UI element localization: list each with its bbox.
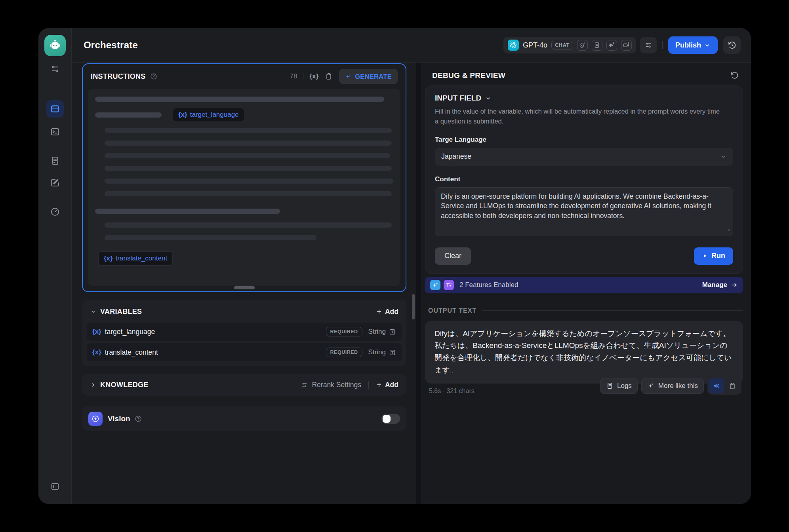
debug-preview-panel: DEBUG & PREVIEW INPUT FIELD Fill [421,63,751,504]
app-window: Orchestrate GPT-4o CHAT [38,28,751,504]
sidebar-item-annotation[interactable] [46,174,64,192]
divider-line [482,310,743,311]
prompt-editor[interactable]: {x} target_language {x} [88,89,400,286]
vision-capability-icon [577,40,588,51]
log-icon [606,382,614,390]
vision-title: Vision [108,414,130,423]
vision-icon [88,412,103,426]
add-variable-button[interactable]: Add [376,308,398,316]
resize-corner-icon[interactable] [725,224,731,234]
collapse-panel-icon [50,481,60,492]
arrow-right-icon [731,281,738,289]
input-field-description: Fill in the value of the variable, which… [435,106,721,126]
toggle-knob [383,415,391,423]
model-selector[interactable]: GPT-4o CHAT [503,37,636,53]
sparkle-icon [345,73,352,80]
target-language-select[interactable]: Japanese [435,148,733,166]
app-logo-robot[interactable] [44,35,66,56]
more-like-this-button[interactable]: More like this [641,378,704,394]
instructions-card: INSTRUCTIONS 78 {x} [82,63,406,292]
knowledge-section: KNOWLEDGE Rerank Settings Add [82,374,406,396]
variable-chip-target-language[interactable]: {x} target_language [173,108,244,122]
terminal-icon [50,127,60,137]
generate-label: GENERATE [355,73,392,80]
variable-row-target-language[interactable]: {x} target_language REQUIRED String [87,323,402,341]
sidebar-divider [49,147,61,147]
vision-toggle[interactable] [381,414,400,424]
sidebar-divider [49,198,61,198]
restart-debug-button[interactable] [730,71,739,80]
variable-chip-label: translate_content [116,255,167,262]
chevron-down-icon [485,95,492,102]
sidebar [38,28,72,504]
output-card: Difyは、AIアプリケーションを構築するためのオープンソースプラットフォームで… [425,321,743,384]
variable-type: String [368,348,386,356]
publish-button[interactable]: Publish [668,36,718,54]
document-capability-icon [592,40,602,51]
orchestrate-panel: INSTRUCTIONS 78 {x} [72,63,416,504]
logs-button[interactable]: Logs [600,378,638,394]
char-count: 78 [290,72,297,80]
skeleton-line [95,97,384,102]
chevron-right-icon[interactable] [90,382,97,388]
plus-icon [376,308,382,315]
sidebar-item-orchestrate-settings[interactable] [46,60,64,78]
robot-icon [48,39,62,52]
variable-glyph: {x} [92,348,101,356]
generate-feature-icon [430,280,440,290]
add-knowledge-button[interactable]: Add [376,381,398,389]
sidebar-item-terminal[interactable] [46,123,64,141]
skeleton-line [105,128,392,133]
sidebar-item-logs[interactable] [46,152,64,169]
help-icon[interactable] [150,72,158,80]
sidebar-item-orchestrate[interactable] [46,100,64,118]
skeleton-line [105,191,392,196]
content-label: Content [435,175,733,183]
copy-output-button[interactable] [724,378,740,393]
string-type-icon[interactable] [389,349,396,356]
string-type-icon[interactable] [389,328,396,336]
panel-resize-gutter[interactable] [416,63,421,504]
audio-actions-group [707,377,741,395]
skeleton-line [105,166,392,171]
chevron-down-icon [720,153,727,160]
variable-row-translate-content[interactable]: {x} translate_content REQUIRED String [87,343,402,361]
skeleton-line [105,153,390,158]
chevron-down-icon[interactable] [90,308,97,315]
edit-square-icon [50,178,60,188]
variable-glyph: {x} [92,328,101,336]
target-language-value: Japanese [441,152,471,161]
run-button[interactable]: Run [694,247,733,265]
resize-drag-handle[interactable] [234,286,255,289]
model-name: GPT-4o [523,41,547,49]
rerank-settings-button[interactable]: Rerank Settings [301,381,361,389]
clear-button[interactable]: Clear [435,247,471,265]
variable-chip-translate-content[interactable]: {x} translate_content [98,251,173,266]
scrollbar-thumb[interactable] [412,294,415,319]
skeleton-line [105,222,392,228]
manage-label: Manage [702,281,727,289]
skeleton-line [105,141,392,146]
insert-variable-button[interactable]: {x} [309,72,318,80]
version-history-button[interactable] [723,36,741,54]
sparkle-icon [647,382,655,390]
help-icon[interactable] [134,415,142,423]
sidebar-item-monitoring[interactable] [46,203,64,220]
copy-prompt-button[interactable] [325,72,333,80]
skeleton-line [105,235,316,240]
collapse-sidebar-button[interactable] [46,478,64,495]
model-settings-button[interactable] [640,37,657,53]
clipboard-icon [728,382,736,390]
vision-section: Vision [82,407,406,431]
output-text: Difyは、AIアプリケーションを構築するためのオープンソースプラットフォームで… [435,328,734,376]
variable-glyph: {x} [104,255,113,262]
page-title: Orchestrate [84,40,138,51]
features-bar[interactable]: 2 Features Enabled Manage [425,277,743,293]
content-textarea[interactable]: Dify is an open-source platform for buil… [435,187,733,236]
manage-features-button[interactable]: Manage [702,281,738,289]
generate-button[interactable]: GENERATE [339,69,398,84]
instructions-title: INSTRUCTIONS [91,72,146,81]
skeleton-line [95,209,280,214]
play-audio-button[interactable] [709,378,724,393]
input-field-header[interactable]: INPUT FIELD [435,94,733,103]
